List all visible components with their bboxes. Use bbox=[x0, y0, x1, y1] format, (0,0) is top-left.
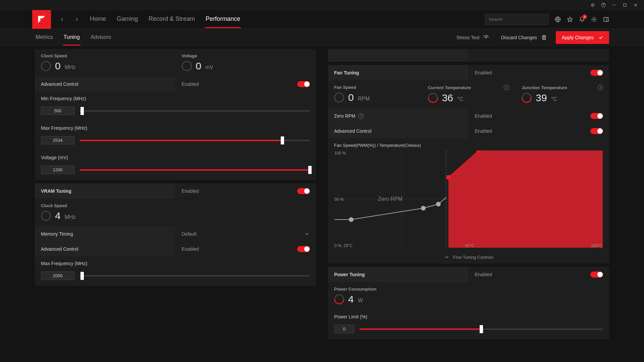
adv-control-toggle[interactable] bbox=[297, 81, 310, 87]
max-freq-input[interactable] bbox=[41, 136, 74, 144]
min-freq-input[interactable] bbox=[41, 107, 74, 115]
max-freq-slider[interactable] bbox=[80, 140, 310, 141]
gauge-icon bbox=[520, 91, 534, 105]
gauge-icon bbox=[182, 61, 192, 71]
svg-point-14 bbox=[436, 202, 441, 206]
gear-icon[interactable] bbox=[591, 16, 597, 22]
vram-clock-unit: MHz bbox=[65, 214, 76, 220]
power-tuning-panel: Power Tuning Enabled Power Consumption 4… bbox=[328, 267, 609, 339]
check-icon bbox=[598, 35, 603, 40]
fan-speed-value: 0 bbox=[348, 92, 354, 103]
zero-rpm-toggle[interactable] bbox=[590, 113, 603, 119]
mem-timing-dropdown[interactable]: Default bbox=[176, 227, 316, 241]
zero-rpm-label: Zero RPM bbox=[334, 113, 356, 119]
enabled-text: Enabled bbox=[475, 272, 492, 277]
enabled-text: Enabled bbox=[182, 81, 199, 87]
vram-adv-control-toggle[interactable] bbox=[297, 246, 310, 252]
voltage-mv-input[interactable] bbox=[41, 166, 74, 174]
main-tabs: Home Gaming Record & Stream Performance bbox=[89, 11, 241, 28]
gpu-tuning-panel: Clock Speed 0 MHz Voltage 0 mV bbox=[35, 49, 316, 180]
tab-performance[interactable]: Performance bbox=[205, 11, 241, 28]
chevron-down-icon bbox=[304, 231, 310, 237]
close-icon[interactable] bbox=[633, 3, 638, 7]
subtab-tuning[interactable]: Tuning bbox=[63, 30, 80, 46]
discard-label: Discard Changes bbox=[501, 35, 537, 40]
bell-icon[interactable]: 4 bbox=[579, 16, 585, 22]
help-icon[interactable] bbox=[601, 3, 606, 7]
gauge-icon bbox=[41, 61, 51, 71]
svg-text:Zero RPM: Zero RPM bbox=[378, 196, 402, 202]
subtab-advisors[interactable]: Advisors bbox=[90, 30, 112, 46]
fan-tuning-toggle[interactable] bbox=[590, 70, 603, 76]
info-icon[interactable]: ? bbox=[358, 113, 364, 119]
tab-home[interactable]: Home bbox=[89, 11, 107, 28]
svg-text:62°C: 62°C bbox=[465, 243, 474, 248]
fan-curve-svg[interactable]: 100 % 50 % 0 %, 25°C 62°C 100°C Zero RPM bbox=[334, 150, 603, 248]
panel-icon[interactable] bbox=[603, 16, 609, 22]
amd-logo[interactable] bbox=[32, 10, 51, 29]
current-temp-label: Current Temperature bbox=[428, 85, 471, 90]
trash-icon bbox=[541, 35, 547, 41]
stress-test-button[interactable]: Stress Test bbox=[453, 32, 492, 43]
svg-point-13 bbox=[421, 206, 426, 210]
power-consumption-value: 4 bbox=[348, 294, 354, 305]
junction-temp-label: Junction Temperature bbox=[522, 85, 567, 90]
fine-tuning-toggle[interactable]: Fine Tuning Controls bbox=[328, 250, 609, 263]
info-icon[interactable]: i bbox=[598, 85, 603, 90]
enabled-text: Enabled bbox=[182, 246, 199, 252]
vram-max-freq-input[interactable] bbox=[41, 272, 74, 280]
gauge-icon bbox=[334, 93, 344, 103]
vram-tuning-panel: VRAM Tuning Enabled Clock Speed 4 MHz bbox=[35, 183, 316, 286]
left-column: Clock Speed 0 MHz Voltage 0 mV bbox=[35, 49, 316, 362]
min-freq-slider[interactable] bbox=[80, 110, 310, 112]
svg-point-12 bbox=[349, 217, 354, 222]
globe-icon[interactable] bbox=[555, 16, 561, 22]
tab-gaming[interactable]: Gaming bbox=[116, 11, 139, 28]
svg-text:50 %: 50 % bbox=[334, 197, 344, 202]
nav-back-button[interactable] bbox=[56, 14, 68, 25]
chart-title: Fan Speed(PWM(%)) / Temperature(Celsius) bbox=[328, 139, 609, 150]
svg-text:0 %, 25°C: 0 %, 25°C bbox=[334, 243, 353, 248]
power-tuning-toggle[interactable] bbox=[590, 272, 603, 278]
power-consumption-unit: W bbox=[358, 298, 363, 304]
voltage-mv-slider[interactable] bbox=[80, 169, 310, 171]
temp-unit: °C bbox=[551, 96, 557, 102]
fan-speed-label: Fan Speed bbox=[334, 85, 416, 90]
power-consumption-label: Power Consumption bbox=[334, 287, 603, 292]
fan-tuning-label: Fan Tuning bbox=[328, 65, 469, 80]
power-limit-input[interactable] bbox=[334, 325, 354, 333]
svg-rect-2 bbox=[624, 4, 626, 6]
vram-max-freq-slider[interactable] bbox=[80, 275, 310, 277]
tab-record[interactable]: Record & Stream bbox=[148, 11, 196, 28]
subtab-metrics[interactable]: Metrics bbox=[35, 30, 54, 46]
apply-button[interactable]: Apply Changes bbox=[556, 31, 609, 44]
clock-speed-unit: MHz bbox=[65, 64, 76, 70]
voltage-label: Voltage bbox=[182, 53, 310, 58]
svg-point-0 bbox=[592, 4, 594, 6]
svg-point-7 bbox=[485, 37, 486, 38]
fan-speed-unit: RPM bbox=[358, 96, 370, 102]
vram-tuning-label: VRAM Tuning bbox=[35, 183, 176, 199]
search-input[interactable] bbox=[489, 17, 545, 22]
temp-unit: °C bbox=[457, 96, 463, 102]
info-icon[interactable]: i bbox=[504, 85, 509, 90]
right-column: Fan Tuning Enabled Fan Speed 0 RPM Curre… bbox=[328, 49, 609, 362]
maximize-icon[interactable] bbox=[623, 3, 627, 7]
bug-icon[interactable] bbox=[590, 3, 595, 7]
fan-adv-control-toggle[interactable] bbox=[590, 128, 603, 134]
search-box[interactable] bbox=[485, 14, 549, 25]
minimize-icon[interactable] bbox=[612, 3, 616, 7]
vram-tuning-toggle[interactable] bbox=[297, 188, 310, 194]
min-freq-label: Min Frequency (MHz) bbox=[41, 96, 310, 101]
star-icon[interactable] bbox=[567, 16, 573, 22]
enabled-text: Enabled bbox=[475, 113, 492, 119]
gauge-icon bbox=[332, 292, 346, 306]
power-limit-slider[interactable] bbox=[360, 328, 603, 330]
nav-forward-button[interactable] bbox=[71, 14, 83, 25]
discard-button[interactable]: Discard Changes bbox=[496, 32, 552, 43]
stress-test-label: Stress Test bbox=[457, 35, 480, 40]
adv-control-label: Advanced Control bbox=[35, 77, 176, 92]
voltage-unit: mV bbox=[205, 64, 213, 70]
fan-adv-control-label: Advanced Control bbox=[328, 124, 469, 138]
vram-clock-label: Clock Speed bbox=[41, 203, 310, 208]
